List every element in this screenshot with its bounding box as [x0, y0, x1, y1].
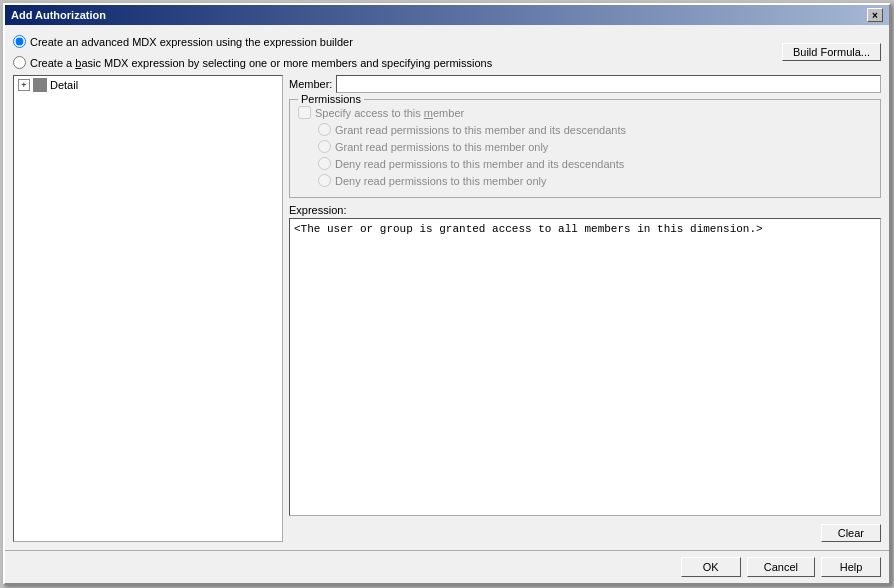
specify-access-row: Specify access to this member [298, 104, 872, 121]
deny-member-only-radio[interactable] [318, 174, 331, 187]
grant-member-only-radio[interactable] [318, 140, 331, 153]
deny-descendants-label: Deny read permissions to this member and… [335, 158, 624, 170]
deny-member-only-label: Deny read permissions to this member onl… [335, 175, 547, 187]
build-formula-button[interactable]: Build Formula... [782, 43, 881, 61]
tree-expander[interactable]: + [18, 79, 30, 91]
permissions-group: Permissions Specify access to this membe… [289, 99, 881, 198]
basic-mdx-radio[interactable] [13, 56, 26, 69]
tree-item-label: Detail [50, 79, 78, 91]
member-label: Member: [289, 78, 332, 90]
expression-label: Expression: [289, 204, 881, 216]
grant-descendants-label: Grant read permissions to this member an… [335, 124, 626, 136]
title-bar: Add Authorization × [5, 5, 889, 25]
clear-button[interactable]: Clear [821, 524, 881, 542]
member-row: Member: [289, 75, 881, 93]
perm-radio-row-4: Deny read permissions to this member onl… [298, 172, 872, 189]
specify-access-checkbox[interactable] [298, 106, 311, 119]
close-button[interactable]: × [867, 8, 883, 22]
permissions-legend: Permissions [298, 93, 364, 105]
specify-access-label: Specify access to this member [315, 107, 464, 119]
radio-row-2: Create a basic MDX expression by selecti… [13, 54, 774, 71]
right-panel: Member: Permissions Specify access to th… [289, 75, 881, 542]
expression-textarea[interactable]: <The user or group is granted access to … [289, 218, 881, 516]
main-content: + Detail Member: Permissions [13, 75, 881, 542]
expression-section: Expression: <The user or group is grante… [289, 204, 881, 516]
cancel-button[interactable]: Cancel [747, 557, 815, 577]
deny-descendants-radio[interactable] [318, 157, 331, 170]
help-button[interactable]: Help [821, 557, 881, 577]
bottom-bar: OK Cancel Help [5, 550, 889, 583]
ok-button[interactable]: OK [681, 557, 741, 577]
folder-icon [33, 78, 47, 92]
top-options-row: Create an advanced MDX expression using … [13, 33, 881, 71]
perm-radio-row-3: Deny read permissions to this member and… [298, 155, 872, 172]
perm-radio-row-1: Grant read permissions to this member an… [298, 121, 872, 138]
tree-panel: + Detail [13, 75, 283, 542]
add-authorization-dialog: Add Authorization × Create an advanced M… [3, 3, 891, 585]
perm-radio-row-2: Grant read permissions to this member on… [298, 138, 872, 155]
clear-row: Clear [289, 524, 881, 542]
advanced-mdx-label: Create an advanced MDX expression using … [30, 36, 353, 48]
radio-row-1: Create an advanced MDX expression using … [13, 33, 774, 50]
grant-member-only-label: Grant read permissions to this member on… [335, 141, 548, 153]
advanced-mdx-radio[interactable] [13, 35, 26, 48]
grant-descendants-radio[interactable] [318, 123, 331, 136]
dialog-body: Create an advanced MDX expression using … [5, 25, 889, 550]
dialog-title: Add Authorization [11, 9, 106, 21]
basic-mdx-label: Create a basic MDX expression by selecti… [30, 57, 492, 69]
tree-item-detail[interactable]: + Detail [14, 76, 282, 94]
member-input[interactable] [336, 75, 881, 93]
